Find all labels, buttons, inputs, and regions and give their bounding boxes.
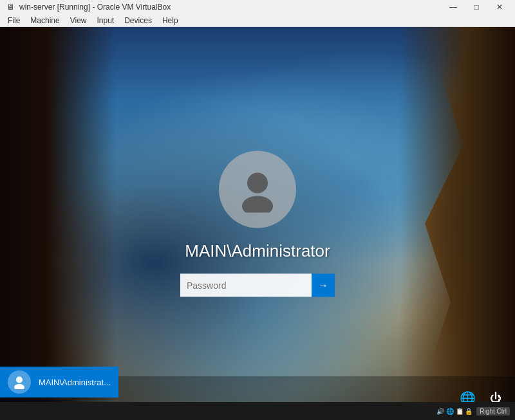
maximize-button[interactable]: □ xyxy=(466,0,487,14)
menu-input[interactable]: Input xyxy=(92,14,120,26)
right-ctrl-label: Right Ctrl xyxy=(476,407,510,415)
svg-point-3 xyxy=(14,384,24,389)
cave-right-dark xyxy=(399,27,515,420)
arrow-icon: → xyxy=(318,279,328,291)
avatar xyxy=(219,151,296,228)
menu-machine[interactable]: Machine xyxy=(25,14,64,26)
user-item-admin[interactable]: MAIN\Administrat... xyxy=(0,367,118,397)
svg-point-1 xyxy=(242,196,273,212)
avatar-icon xyxy=(234,166,281,212)
close-button[interactable]: ✕ xyxy=(489,0,510,14)
password-row: → xyxy=(180,273,335,297)
menu-devices[interactable]: Devices xyxy=(119,14,157,26)
host-taskbar: 🔊 🌐 📋 🔒 Right Ctrl xyxy=(0,402,515,420)
login-container: MAIN\Administrator → xyxy=(180,151,335,297)
app-icon: 🖥 xyxy=(5,2,15,12)
username-label: MAIN\Administrator xyxy=(185,241,330,260)
menu-view[interactable]: View xyxy=(65,14,92,26)
titlebar-title: win-server [Running] - Oracle VM Virtual… xyxy=(19,3,171,12)
titlebar-left: 🖥 win-server [Running] - Oracle VM Virtu… xyxy=(5,2,171,12)
user-name-admin: MAIN\Administrat... xyxy=(39,378,111,387)
minimize-button[interactable]: — xyxy=(443,0,464,14)
user-avatar-admin xyxy=(8,370,31,394)
svg-point-0 xyxy=(247,172,268,193)
password-input[interactable] xyxy=(180,273,312,297)
menu-file[interactable]: File xyxy=(3,14,25,26)
svg-point-2 xyxy=(16,377,23,383)
password-submit-button[interactable]: → xyxy=(312,273,335,297)
menu-help[interactable]: Help xyxy=(157,14,183,26)
titlebar-controls: — □ ✕ xyxy=(443,0,510,14)
titlebar: 🖥 win-server [Running] - Oracle VM Virtu… xyxy=(0,0,515,14)
tray-icons: 🔊 🌐 📋 🔒 xyxy=(436,408,473,415)
menubar: File Machine View Input Devices Help xyxy=(0,14,515,27)
vm-screen: MAIN\Administrator → MAIN\Administ xyxy=(0,27,515,420)
cave-left xyxy=(0,27,116,420)
